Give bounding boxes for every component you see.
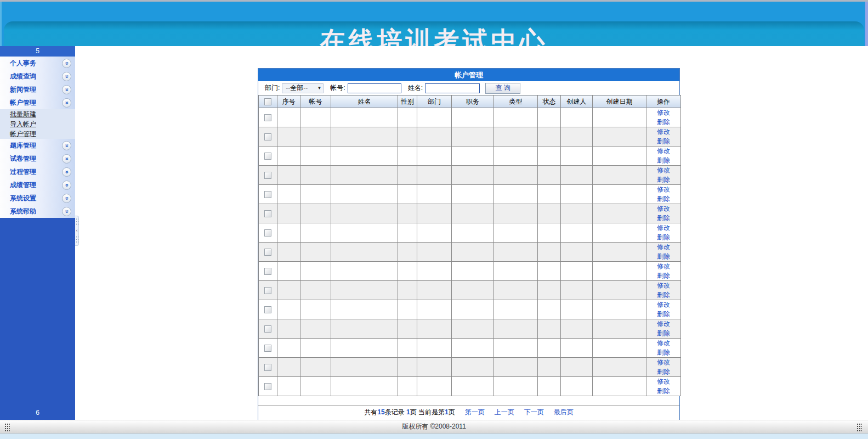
- sidebar-item-试卷管理[interactable]: 试卷管理«: [0, 152, 75, 165]
- empty-cell: [538, 108, 561, 127]
- row-action-删除[interactable]: 删除: [657, 329, 670, 337]
- grip-dots-icon[interactable]: [856, 423, 862, 432]
- empty-cell: [417, 281, 452, 300]
- row-checkbox[interactable]: [264, 133, 271, 140]
- empty-cell: [593, 339, 646, 358]
- empty-cell: [538, 339, 561, 358]
- account-input[interactable]: [348, 83, 401, 93]
- row-checkbox-cell: [259, 166, 277, 185]
- sidebar-collapse-handle[interactable]: ‹: [75, 216, 79, 246]
- page-banner: 在线培训考试中心: [0, 2, 868, 46]
- row-action-删除[interactable]: 删除: [657, 348, 670, 356]
- department-select[interactable]: --全部-- ▼: [282, 83, 324, 93]
- chevron-double-down-icon[interactable]: «: [62, 207, 71, 216]
- row-action-删除[interactable]: 删除: [657, 176, 670, 183]
- row-action-删除[interactable]: 删除: [657, 368, 670, 375]
- row-checkbox[interactable]: [264, 383, 271, 390]
- chevron-double-down-icon[interactable]: «: [62, 181, 71, 190]
- row-action-删除[interactable]: 删除: [657, 214, 670, 222]
- row-action-修改[interactable]: 修改: [657, 262, 670, 270]
- sidebar-item-过程管理[interactable]: 过程管理«: [0, 165, 75, 178]
- row-action-删除[interactable]: 删除: [657, 387, 670, 395]
- chevron-double-down-icon[interactable]: «: [62, 59, 71, 68]
- name-input[interactable]: [425, 83, 480, 93]
- row-checkbox[interactable]: [264, 249, 271, 256]
- empty-cell: [538, 262, 561, 281]
- row-action-修改[interactable]: 修改: [657, 128, 670, 136]
- table-row: 修改删除: [259, 223, 681, 243]
- empty-cell: [300, 281, 331, 300]
- row-action-删除[interactable]: 删除: [657, 310, 670, 318]
- column-header-职务: 职务: [452, 95, 494, 108]
- row-checkbox[interactable]: [264, 287, 271, 294]
- row-action-删除[interactable]: 删除: [657, 272, 670, 279]
- row-action-删除[interactable]: 删除: [657, 195, 670, 202]
- row-action-修改[interactable]: 修改: [657, 166, 670, 174]
- chevron-double-down-icon[interactable]: «: [62, 85, 71, 94]
- pagination-link-最后页[interactable]: 最后页: [554, 408, 574, 417]
- row-action-修改[interactable]: 修改: [657, 205, 670, 212]
- empty-cell: [417, 243, 452, 262]
- row-action-修改[interactable]: 修改: [657, 282, 670, 289]
- accounts-table: 序号帐号姓名性别部门职务类型状态创建人创建日期操作 修改删除修改删除修改删除修改…: [258, 95, 681, 396]
- row-action-修改[interactable]: 修改: [657, 109, 670, 116]
- empty-cell: [538, 204, 561, 223]
- chevron-double-down-icon[interactable]: «: [62, 154, 71, 164]
- row-action-删除[interactable]: 删除: [657, 233, 670, 241]
- pagination-link-下一页[interactable]: 下一页: [524, 408, 544, 417]
- sidebar-item-系统设置[interactable]: 系统设置«: [0, 192, 75, 205]
- pagination-link-第一页[interactable]: 第一页: [465, 408, 485, 417]
- row-checkbox[interactable]: [264, 172, 271, 179]
- sidebar-subitem-导入帐户[interactable]: 导入帐户: [0, 119, 75, 129]
- sidebar-item-成绩查询[interactable]: 成绩查询«: [0, 70, 75, 83]
- empty-cell: [300, 319, 331, 339]
- row-action-删除[interactable]: 删除: [657, 156, 670, 164]
- sidebar-item-系统帮助[interactable]: 系统帮助«: [0, 205, 75, 218]
- row-action-修改[interactable]: 修改: [657, 378, 670, 385]
- sidebar-item-label: 系统帮助: [10, 207, 36, 216]
- search-button[interactable]: 查 询: [485, 83, 520, 94]
- row-action-删除[interactable]: 删除: [657, 291, 670, 299]
- row-action-修改[interactable]: 修改: [657, 301, 670, 308]
- row-checkbox[interactable]: [264, 229, 271, 237]
- empty-cell: [593, 262, 646, 281]
- chevron-double-down-icon[interactable]: «: [62, 167, 71, 177]
- row-action-修改[interactable]: 修改: [657, 339, 670, 347]
- chevron-double-down-icon[interactable]: «: [62, 194, 71, 203]
- row-checkbox[interactable]: [264, 364, 271, 371]
- row-checkbox[interactable]: [264, 210, 271, 217]
- pagination-link-上一页[interactable]: 上一页: [495, 408, 514, 417]
- sidebar-subitem-批量新建[interactable]: 批量新建: [0, 109, 75, 119]
- row-action-修改[interactable]: 修改: [657, 358, 670, 366]
- row-checkbox[interactable]: [264, 191, 271, 198]
- row-action-修改[interactable]: 修改: [657, 147, 670, 155]
- sidebar-item-题库管理[interactable]: 题库管理«: [0, 139, 75, 152]
- sidebar-item-帐户管理[interactable]: 帐户管理«: [0, 96, 75, 109]
- sidebar-item-新闻管理[interactable]: 新闻管理«: [0, 83, 75, 96]
- chevron-glyph: «: [64, 170, 70, 173]
- empty-cell: [331, 319, 398, 339]
- row-checkbox[interactable]: [264, 268, 271, 275]
- row-action-修改[interactable]: 修改: [657, 320, 670, 328]
- row-action-删除[interactable]: 删除: [657, 137, 670, 145]
- chevron-double-down-icon[interactable]: «: [62, 72, 71, 81]
- row-checkbox[interactable]: [264, 306, 271, 313]
- row-action-修改[interactable]: 修改: [657, 243, 670, 251]
- chevron-double-down-icon[interactable]: «: [62, 141, 71, 150]
- sidebar-item-成绩管理[interactable]: 成绩管理«: [0, 178, 75, 192]
- empty-cell: [398, 127, 417, 147]
- row-checkbox[interactable]: [264, 345, 271, 352]
- row-checkbox[interactable]: [264, 325, 271, 333]
- empty-cell: [538, 377, 561, 396]
- bottom-strip: [0, 434, 868, 439]
- chevron-double-down-icon[interactable]: «: [62, 98, 71, 108]
- row-checkbox[interactable]: [264, 153, 271, 160]
- sidebar-item-个人事务[interactable]: 个人事务«: [0, 57, 75, 70]
- row-action-修改[interactable]: 修改: [657, 185, 670, 193]
- row-action-修改[interactable]: 修改: [657, 224, 670, 232]
- select-all-checkbox[interactable]: [264, 98, 271, 105]
- row-action-删除[interactable]: 删除: [657, 118, 670, 126]
- row-action-删除[interactable]: 删除: [657, 252, 670, 260]
- sidebar-subitem-帐户管理[interactable]: 帐户管理: [0, 129, 75, 139]
- row-checkbox[interactable]: [264, 114, 271, 121]
